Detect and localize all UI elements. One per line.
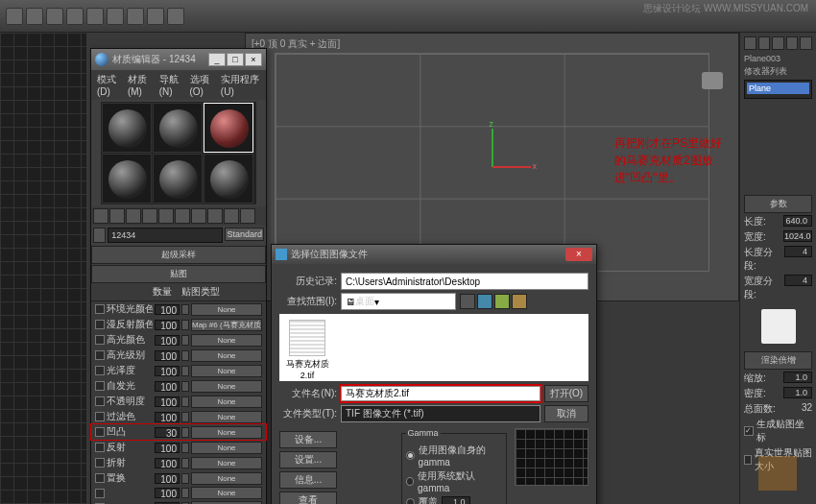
material-slot[interactable] — [102, 103, 152, 153]
map-amount[interactable]: 100 — [155, 350, 180, 361]
scale-spinner[interactable]: 1.0 — [783, 372, 812, 383]
material-editor-titlebar[interactable]: 材质编辑器 - 12434 _ □ × — [91, 49, 266, 70]
spinner[interactable] — [181, 443, 189, 453]
tool-icon[interactable] — [127, 8, 144, 25]
map-amount[interactable]: 30 — [155, 427, 180, 438]
lookin-combo[interactable]: 🖥 桌面 ▾ — [341, 293, 456, 310]
map-amount[interactable]: 100 — [155, 412, 180, 422]
gamma-sys-radio[interactable] — [406, 477, 414, 486]
close-button[interactable]: × — [565, 248, 592, 261]
map-amount[interactable]: 100 — [155, 366, 180, 376]
mat-tool[interactable] — [207, 208, 223, 224]
map-checkbox[interactable] — [95, 427, 105, 437]
tool-icon[interactable] — [147, 8, 164, 25]
map-checkbox[interactable] — [95, 412, 105, 421]
density-spinner[interactable]: 1.0 — [783, 387, 812, 398]
map-amount[interactable]: 100 — [155, 458, 180, 468]
material-slot-selected[interactable] — [204, 103, 253, 153]
material-type-button[interactable]: Standard — [225, 228, 264, 241]
back-icon[interactable] — [460, 294, 475, 309]
mat-tool[interactable] — [126, 208, 141, 224]
supersample-rollout[interactable]: 超级采样 — [91, 246, 266, 264]
material-slot[interactable] — [102, 154, 152, 204]
map-amount[interactable]: 100 — [155, 488, 180, 498]
close-button[interactable]: × — [245, 53, 262, 66]
map-amount[interactable]: 100 — [155, 381, 180, 392]
display-tab[interactable] — [800, 36, 812, 50]
map-checkbox[interactable] — [95, 366, 105, 375]
newfolder-icon[interactable] — [494, 294, 510, 309]
motion-tab[interactable] — [786, 36, 799, 50]
tool-icon[interactable] — [46, 8, 63, 25]
setup-button[interactable]: 设置... — [279, 451, 337, 468]
history-combo[interactable]: C:\Users\Administrator\Desktop — [341, 273, 588, 290]
view-button[interactable]: 查看 — [279, 492, 337, 504]
map-button[interactable]: None — [191, 303, 262, 316]
file-item[interactable]: 马赛克材质2.tif — [285, 320, 329, 375]
info-button[interactable]: 信息... — [279, 471, 337, 489]
spinner[interactable] — [181, 366, 189, 376]
mat-tool[interactable] — [142, 208, 157, 224]
map-checkbox[interactable] — [95, 320, 105, 329]
minimize-button[interactable]: _ — [208, 53, 226, 66]
map-amount[interactable]: 100 — [155, 304, 180, 315]
file-dialog-titlebar[interactable]: 选择位图图像文件 × — [272, 245, 596, 264]
modifier-stack[interactable]: Plane — [744, 80, 812, 99]
menu-util[interactable]: 实用程序(U) — [219, 72, 262, 98]
map-checkbox[interactable] — [95, 396, 105, 406]
map-amount[interactable]: 100 — [155, 396, 180, 407]
map-checkbox[interactable] — [95, 381, 105, 391]
spinner[interactable] — [181, 488, 189, 498]
menu-nav[interactable]: 导航(N) — [157, 72, 186, 98]
map-button[interactable]: None — [191, 442, 262, 454]
map-checkbox[interactable] — [95, 473, 105, 483]
up-icon[interactable] — [477, 294, 492, 309]
tool-icon[interactable] — [167, 8, 184, 25]
mat-tool[interactable] — [158, 208, 174, 224]
map-button[interactable]: None — [191, 396, 262, 408]
pick-material[interactable] — [93, 228, 106, 243]
tool-icon[interactable] — [6, 8, 23, 25]
tool-icon[interactable] — [66, 8, 84, 25]
mat-tool[interactable] — [109, 208, 125, 224]
menu-options[interactable]: 选项(O) — [188, 72, 217, 98]
map-button[interactable]: None — [191, 334, 262, 347]
maximize-button[interactable]: □ — [227, 53, 244, 66]
gamma-override-radio[interactable] — [406, 498, 415, 505]
spinner[interactable] — [181, 412, 189, 422]
realworld-checkbox[interactable] — [744, 455, 752, 465]
spinner[interactable] — [181, 320, 189, 330]
file-list[interactable]: 马赛克材质2.tif — [279, 314, 588, 381]
spinner[interactable] — [181, 335, 189, 346]
map-amount[interactable]: 100 — [155, 443, 180, 453]
spinner[interactable] — [181, 458, 189, 468]
viewmode-icon[interactable] — [512, 294, 527, 309]
modify-tab[interactable] — [758, 36, 771, 50]
map-button[interactable]: None — [191, 411, 262, 423]
genmap-checkbox[interactable] — [744, 426, 754, 436]
filename-input[interactable] — [341, 386, 540, 401]
filetype-combo[interactable]: TIF 图像文件 (*.tif) — [341, 405, 540, 422]
menu-mode[interactable]: 模式(D) — [95, 72, 124, 98]
material-slot[interactable] — [153, 154, 203, 204]
material-name-input[interactable] — [108, 228, 223, 243]
hierarchy-tab[interactable] — [772, 36, 784, 50]
gamma-own-radio[interactable] — [406, 451, 415, 460]
map-checkbox[interactable] — [95, 458, 105, 468]
map-checkbox[interactable] — [95, 350, 105, 360]
map-amount[interactable]: 100 — [155, 320, 180, 330]
tool-icon[interactable] — [107, 8, 124, 25]
map-amount[interactable]: 100 — [155, 335, 180, 346]
map-button[interactable]: None — [191, 426, 262, 439]
spinner[interactable] — [181, 350, 189, 361]
maps-rollout[interactable]: 贴图 — [91, 265, 266, 283]
length-spinner[interactable]: 640.0 — [783, 215, 812, 227]
params-rollout[interactable]: 参数 — [744, 195, 812, 213]
tool-icon[interactable] — [86, 8, 104, 25]
gamma-value[interactable]: 1.0 — [442, 496, 470, 504]
tool-icon[interactable] — [26, 8, 43, 25]
mat-tool[interactable] — [224, 208, 239, 224]
left-viewport[interactable] — [0, 33, 86, 504]
modifier-item[interactable]: Plane — [747, 83, 809, 94]
map-button[interactable]: None — [191, 365, 262, 377]
